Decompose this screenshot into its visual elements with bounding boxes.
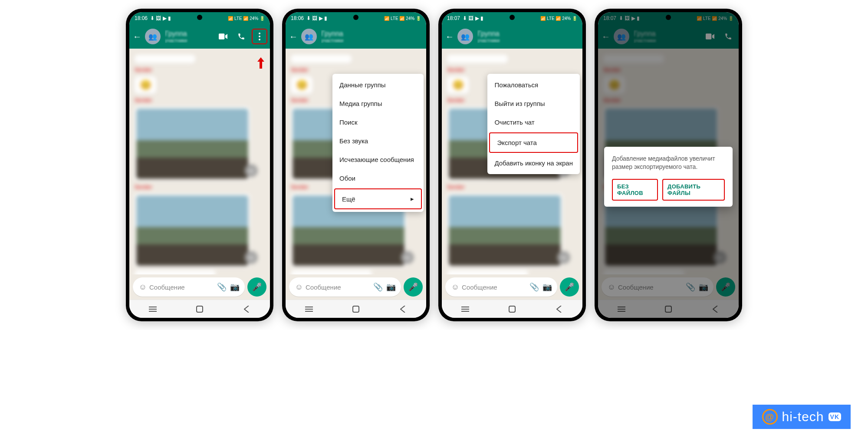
dialog-include-media-button[interactable]: ДОБАВИТЬ ФАЙЛЫ	[662, 179, 725, 201]
android-nav-bar	[442, 300, 582, 318]
group-avatar[interactable]: 👥	[301, 29, 317, 44]
nav-home[interactable]	[662, 306, 675, 313]
status-right-icons: 📶 LTE 📶 24% 🔋	[697, 16, 733, 21]
nav-recents[interactable]	[615, 307, 628, 312]
svg-rect-5	[149, 311, 157, 312]
nav-home[interactable]	[349, 306, 362, 313]
emoji-icon[interactable]: ☺	[449, 283, 462, 292]
nav-recents[interactable]	[459, 307, 472, 312]
chat-subtitle: участники	[634, 38, 700, 43]
camera-icon[interactable]: 📷	[541, 282, 554, 292]
menu-group-media[interactable]: Медиа группы	[332, 94, 424, 113]
svg-point-2	[259, 39, 260, 40]
back-button[interactable]: ←	[132, 32, 142, 42]
message-placeholder: Сообщение	[462, 284, 528, 291]
message-placeholder: Сообщение	[149, 284, 215, 291]
svg-rect-13	[461, 311, 469, 312]
menu-group-info[interactable]: Данные группы	[332, 76, 424, 94]
chat-body[interactable]: Sender 😊 Sender ➦ Sender ➦ Sender Пожало…	[442, 49, 582, 274]
back-button[interactable]: ←	[601, 32, 611, 42]
back-button[interactable]: ←	[444, 32, 455, 42]
menu-search[interactable]: Поиск	[332, 113, 424, 132]
nav-home[interactable]	[506, 306, 519, 313]
message-input[interactable]: ☺ Сообщение 📎 📷	[445, 277, 557, 297]
chat-title: Группа	[321, 30, 424, 38]
svg-rect-9	[305, 311, 313, 312]
svg-rect-8	[305, 309, 313, 310]
nav-back[interactable]	[709, 306, 722, 313]
camera-icon[interactable]: 📷	[385, 282, 398, 292]
status-left-icons: ⬇ 🖼 ▶ ▮	[306, 15, 327, 21]
video-call-button[interactable]	[702, 29, 718, 44]
dialog-message: Добавление медиафайлов увеличит размер э…	[612, 155, 725, 171]
group-avatar[interactable]: 👥	[457, 29, 473, 44]
message-input-bar: ☺ Сообщение 📎 📷 🎤	[442, 274, 582, 300]
status-left-icons: ⬇ 🖼 ▶ ▮	[150, 15, 171, 21]
camera-icon[interactable]: 📷	[228, 282, 241, 292]
chat-body[interactable]: Sender 😊 Sender ➦ Sender ➦ Sender Данные…	[286, 49, 426, 274]
phone-frame-3: 18:07⬇ 🖼 ▶ ▮ 📶 LTE 📶 24% 🔋 ← 👥 Группа уч…	[438, 9, 586, 321]
chat-body[interactable]: Sender 😊 Sender ➦ Sender ➦ Sender	[129, 49, 270, 274]
group-avatar[interactable]: 👥	[145, 29, 161, 44]
nav-back[interactable]	[396, 306, 409, 313]
message-input-bar: ☺ Сообщение 📎 📷 🎤	[286, 274, 426, 300]
svg-rect-6	[197, 306, 203, 312]
phone-frame-4: 18:07⬇ 🖼 ▶ ▮ 📶 LTE 📶 24% 🔋 ← 👥 Группа уч…	[595, 9, 742, 321]
dialog-without-media-button[interactable]: БЕЗ ФАЙЛОВ	[612, 179, 658, 201]
message-placeholder: Сообщение	[618, 284, 684, 291]
nav-back[interactable]	[240, 306, 253, 313]
svg-rect-14	[509, 306, 515, 312]
mic-button[interactable]: 🎤	[404, 277, 423, 297]
more-options-button[interactable]	[252, 29, 267, 44]
menu-more[interactable]: Ещё ▸	[334, 188, 422, 209]
message-input[interactable]: ☺ Сообщение 📎 📷	[133, 277, 245, 297]
attach-icon[interactable]: 📎	[215, 282, 228, 292]
camera-hole	[510, 15, 515, 20]
nav-recents[interactable]	[146, 307, 159, 312]
mic-button[interactable]: 🎤	[247, 277, 266, 297]
menu-export-chat[interactable]: Экспорт чата	[489, 132, 578, 153]
status-time: 18:06	[291, 15, 304, 21]
chat-header: ← 👥 Группа участники	[442, 24, 582, 49]
voice-call-button[interactable]	[233, 29, 249, 44]
message-placeholder: Сообщение	[306, 284, 372, 291]
chat-header: ← 👥 Группа участники	[598, 24, 739, 49]
nav-recents[interactable]	[302, 307, 316, 312]
menu-clear-chat[interactable]: Очистить чат	[487, 113, 580, 132]
nav-back[interactable]	[552, 306, 566, 313]
menu-wallpaper[interactable]: Обои	[332, 169, 424, 188]
message-input-bar: ☺ Сообщение 📎 📷 🎤	[129, 274, 270, 300]
group-avatar[interactable]: 👥	[614, 29, 629, 44]
status-left-icons: ⬇ 🖼 ▶ ▮	[463, 15, 483, 21]
camera-hole	[353, 15, 358, 20]
menu-report[interactable]: Пожаловаться	[487, 76, 580, 94]
attach-icon[interactable]: 📎	[372, 282, 385, 292]
message-input[interactable]: ☺ Сообщение 📎 📷	[289, 277, 401, 297]
voice-call-button[interactable]	[720, 29, 736, 44]
options-menu: Данные группы Медиа группы Поиск Без зву…	[332, 74, 424, 212]
emoji-icon[interactable]: ☺	[136, 283, 149, 292]
menu-disappearing[interactable]: Исчезающие сообщения	[332, 150, 424, 169]
emoji-icon: ☺	[605, 283, 618, 292]
video-call-button[interactable]	[215, 29, 231, 44]
nav-home[interactable]	[193, 306, 206, 313]
menu-add-shortcut[interactable]: Добавить иконку на экран	[487, 154, 580, 172]
svg-rect-10	[353, 306, 359, 312]
menu-exit-group[interactable]: Выйти из группы	[487, 94, 580, 113]
status-time: 18:07	[447, 15, 460, 21]
android-nav-bar	[286, 300, 426, 318]
mic-button[interactable]: 🎤	[560, 277, 579, 297]
svg-rect-18	[665, 306, 671, 312]
attach-icon: 📎	[684, 282, 697, 292]
attach-icon[interactable]: 📎	[528, 282, 541, 292]
emoji-icon[interactable]: ☺	[293, 283, 306, 292]
status-time: 18:07	[603, 15, 616, 21]
status-right-icons: 📶 LTE 📶 24% 🔋	[540, 16, 577, 21]
android-nav-bar	[598, 300, 739, 318]
back-button[interactable]: ←	[288, 32, 299, 42]
chat-subtitle: участники	[165, 38, 213, 43]
menu-mute[interactable]: Без звука	[332, 132, 424, 150]
chat-header: ← 👥 Группа участники	[129, 24, 270, 49]
svg-rect-7	[305, 307, 313, 307]
message-input-bar: ☺ Сообщение 📎 📷 🎤	[598, 274, 739, 300]
